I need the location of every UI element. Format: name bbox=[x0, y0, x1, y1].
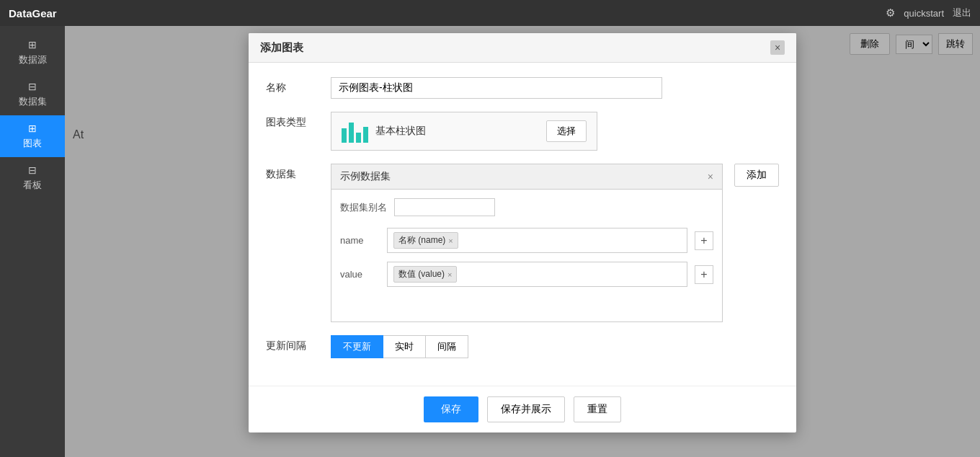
update-interval-row: 更新间隔 不更新 实时 间隔 bbox=[266, 335, 779, 358]
select-chart-type-button[interactable]: 选择 bbox=[546, 120, 587, 142]
sidebar-item-dashboard[interactable]: ⊟ 看板 bbox=[0, 157, 65, 199]
field-value-label: value bbox=[340, 269, 380, 280]
bar-4 bbox=[363, 127, 368, 143]
chart-type-left: 基本柱状图 bbox=[342, 120, 426, 143]
username: quickstart bbox=[904, 8, 944, 19]
dialog-close-button[interactable]: × bbox=[770, 40, 785, 55]
dataset-alias-row: 数据集别名 bbox=[340, 198, 713, 216]
dataset-block-header: 示例数据集 × bbox=[331, 164, 722, 190]
main-content: 删除 间 跳转 At 添加图表 × bbox=[65, 26, 980, 457]
update-interval-label: 更新间隔 bbox=[266, 335, 331, 352]
dialog-title: 添加图表 bbox=[260, 41, 303, 55]
sidebar-item-datasource[interactable]: ⊞ 数据源 bbox=[0, 32, 65, 74]
dataset-block-title: 示例数据集 bbox=[340, 170, 391, 183]
tag-value-remove[interactable]: × bbox=[447, 270, 452, 279]
name-row: 名称 bbox=[266, 77, 779, 99]
interval-interval[interactable]: 间隔 bbox=[426, 335, 468, 358]
reset-button[interactable]: 重置 bbox=[574, 396, 621, 422]
sidebar-item-label: 数据集 bbox=[19, 95, 47, 108]
add-dataset-button[interactable]: 添加 bbox=[734, 164, 779, 187]
save-display-button[interactable]: 保存并展示 bbox=[487, 396, 565, 422]
interval-content: 不更新 实时 间隔 bbox=[331, 335, 779, 358]
dataset-content: 示例数据集 × 数据集别名 bbox=[331, 164, 779, 322]
logout-link[interactable]: 退出 bbox=[953, 6, 971, 19]
field-value-add-button[interactable]: + bbox=[695, 265, 713, 284]
sidebar: ⊞ 数据源 ⊟ 数据集 ⊞ 图表 ⊟ 看板 bbox=[0, 26, 65, 457]
chart-type-content: 基本柱状图 选择 bbox=[331, 112, 779, 151]
dataset-label: 数据集 bbox=[266, 164, 331, 181]
dataset-icon: ⊟ bbox=[28, 81, 37, 92]
dataset-field-name-row: name 名称 (name) × bbox=[340, 228, 713, 253]
sidebar-item-label: 看板 bbox=[23, 179, 42, 192]
tag-name: 名称 (name) × bbox=[393, 232, 458, 249]
dataset-alias-label: 数据集别名 bbox=[340, 201, 387, 214]
dialog-footer: 保存 保存并展示 重置 bbox=[249, 386, 796, 432]
interval-realtime[interactable]: 实时 bbox=[383, 335, 426, 358]
bar-2 bbox=[349, 123, 354, 143]
interval-buttons: 不更新 实时 间隔 bbox=[331, 335, 779, 358]
interval-no-update[interactable]: 不更新 bbox=[331, 335, 383, 358]
field-name-add-button[interactable]: + bbox=[695, 231, 713, 250]
chart-type-name: 基本柱状图 bbox=[375, 125, 426, 138]
sidebar-item-label: 图表 bbox=[23, 137, 42, 150]
chart-icon: ⊞ bbox=[28, 123, 37, 134]
main-area: 删除 间 跳转 At 添加图表 × bbox=[65, 26, 980, 457]
topbar-right: ⚙ quickstart 退出 bbox=[886, 6, 971, 19]
dataset-alias-input[interactable] bbox=[394, 198, 495, 216]
tag-value: 数值 (value) × bbox=[393, 266, 457, 283]
gear-icon[interactable]: ⚙ bbox=[886, 6, 895, 19]
chart-type-row: 图表类型 bbox=[266, 112, 779, 151]
dataset-block-close-button[interactable]: × bbox=[708, 171, 713, 182]
field-name-label: name bbox=[340, 235, 380, 246]
tag-value-text: 数值 (value) bbox=[398, 268, 445, 280]
dataset-section: 示例数据集 × 数据集别名 bbox=[331, 164, 779, 322]
tag-name-text: 名称 (name) bbox=[398, 234, 445, 247]
dialog-body: 名称 图表类型 bbox=[249, 63, 796, 386]
save-button[interactable]: 保存 bbox=[424, 396, 478, 422]
sidebar-item-dataset[interactable]: ⊟ 数据集 bbox=[0, 74, 65, 115]
chart-type-box: 基本柱状图 选择 bbox=[331, 112, 597, 151]
tag-name-remove[interactable]: × bbox=[448, 236, 453, 245]
add-chart-dialog: 添加图表 × 名称 图表 bbox=[249, 33, 796, 432]
dialog-overlay: 添加图表 × 名称 图表 bbox=[65, 26, 980, 457]
field-value-tags: 数值 (value) × bbox=[387, 262, 687, 287]
dataset-block: 示例数据集 × 数据集别名 bbox=[331, 164, 723, 322]
dataset-field-value-row: value 数值 (value) × bbox=[340, 262, 713, 287]
name-label: 名称 bbox=[266, 77, 331, 94]
app-logo: DataGear bbox=[9, 7, 57, 19]
bar-3 bbox=[356, 133, 361, 143]
dataset-block-body: 数据集别名 name bbox=[331, 190, 722, 304]
name-input[interactable] bbox=[331, 77, 662, 99]
dataset-row: 数据集 示例数据集 × bbox=[266, 164, 779, 322]
bar-chart-icon bbox=[342, 120, 368, 143]
name-content bbox=[331, 77, 779, 99]
bar-1 bbox=[342, 128, 347, 143]
topbar: DataGear ⚙ quickstart 退出 bbox=[0, 0, 980, 26]
dialog-header: 添加图表 × bbox=[249, 33, 796, 63]
sidebar-item-chart[interactable]: ⊞ 图表 bbox=[0, 115, 65, 157]
dashboard-icon: ⊟ bbox=[28, 164, 37, 176]
field-name-tags: 名称 (name) × bbox=[387, 228, 687, 253]
layout: ⊞ 数据源 ⊟ 数据集 ⊞ 图表 ⊟ 看板 删除 间 bbox=[0, 26, 980, 457]
datasource-icon: ⊞ bbox=[28, 39, 37, 50]
chart-type-label: 图表类型 bbox=[266, 112, 331, 129]
sidebar-item-label: 数据源 bbox=[19, 53, 47, 66]
